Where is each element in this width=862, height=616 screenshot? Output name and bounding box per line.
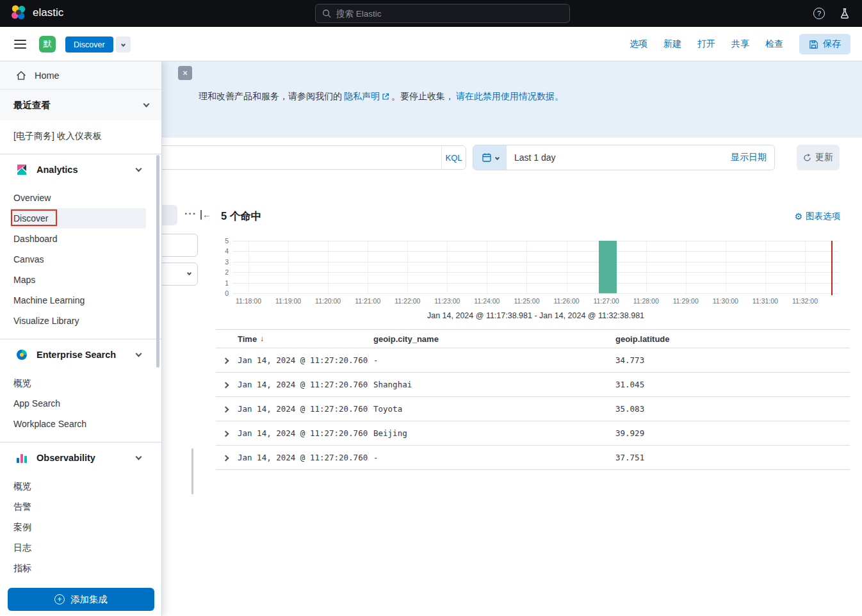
close-icon[interactable]: × [178, 66, 192, 80]
global-search[interactable] [315, 4, 570, 23]
sidebar-item-alerts[interactable]: 告警 [0, 496, 161, 517]
x-tick-label: 11:28:00 [633, 297, 659, 305]
horizontal-gridline [232, 283, 839, 284]
sidebar-item-home[interactable]: Home [0, 61, 161, 90]
chart-options-button[interactable]: ⚙ 图表选项 [794, 211, 840, 222]
options-link[interactable]: 选项 [630, 38, 647, 50]
cell-time: Jan 14, 2024 @ 11:27:20.760 [238, 355, 373, 365]
vertical-gridline [567, 241, 567, 293]
app-toolbar: 默 Discover 选项 新建 打开 共享 检查 保存 [0, 27, 862, 61]
time-range-value[interactable]: Last 1 day [507, 152, 731, 163]
sidebar-item-cases[interactable]: 案例 [0, 517, 161, 537]
refresh-icon [803, 154, 811, 162]
breadcrumb-discover[interactable]: Discover [65, 36, 113, 53]
cell-latitude: 39.929 [615, 428, 850, 438]
sidebar-item-discover[interactable]: Discover [10, 208, 146, 229]
horizontal-gridline [232, 251, 839, 252]
horizontal-gridline [232, 272, 839, 273]
sidebar-item-es-overview[interactable]: 概览 [0, 373, 161, 393]
nav-group-enterprise-search[interactable]: Enterprise Search [0, 339, 161, 370]
date-picker: Last 1 day 显示日期 [473, 145, 775, 170]
global-search-input[interactable] [336, 9, 563, 19]
banner-text-middle: 。要停止收集， [391, 91, 454, 102]
y-tick-label: 5 [225, 237, 229, 245]
show-dates-link[interactable]: 显示日期 [731, 152, 774, 163]
query-language-button[interactable]: KQL [441, 146, 466, 169]
sidebar-item-logs[interactable]: 日志 [0, 537, 161, 558]
more-options-icon[interactable]: ··· [184, 208, 197, 220]
share-link[interactable]: 共享 [731, 38, 749, 50]
expand-row-button[interactable] [216, 354, 228, 366]
breadcrumb-dropdown[interactable] [116, 36, 131, 53]
gear-icon: ⚙ [794, 211, 802, 222]
navigation-flyout: Home 最近查看 [电子商务] 收入仪表板 Analytics Overvie… [0, 61, 162, 616]
chevron-down-icon [143, 101, 150, 108]
lab-flask-icon[interactable] [839, 8, 850, 19]
add-integrations-button[interactable]: + 添加集成 [8, 588, 154, 611]
cell-latitude: 31.045 [615, 380, 850, 389]
x-tick-label: 11:22:00 [394, 297, 420, 305]
table-header-row: Time ↓ geoip.city_name geoip.latitude [216, 329, 850, 348]
column-label: geoip.city_name [373, 334, 439, 344]
chevron-down-icon [136, 351, 142, 357]
expand-row-button[interactable] [216, 378, 228, 391]
table-row: Jan 14, 2024 @ 11:27:20.760 Shanghai 31.… [216, 373, 850, 397]
column-header-city-name[interactable]: geoip.city_name [373, 334, 615, 344]
histogram-plot[interactable] [232, 241, 839, 293]
vertical-gridline [686, 241, 687, 293]
sidebar-item-machine-learning[interactable]: Machine Learning [0, 290, 161, 311]
expand-row-button[interactable] [216, 403, 228, 415]
column-header-time[interactable]: Time ↓ [238, 334, 373, 344]
vertical-gridline [487, 241, 487, 293]
documents-table: Time ↓ geoip.city_name geoip.latitude Ja… [216, 329, 850, 470]
update-button[interactable]: 更新 [797, 145, 840, 170]
sidebar-item-maps[interactable]: Maps [0, 270, 161, 290]
recently-viewed-header[interactable]: 最近查看 [0, 90, 161, 120]
save-button[interactable]: 保存 [799, 34, 850, 54]
expand-row-button[interactable] [216, 427, 228, 439]
new-link[interactable]: 新建 [663, 38, 681, 50]
chevron-down-icon [136, 166, 142, 172]
inspect-link[interactable]: 检查 [765, 38, 783, 50]
column-label: Time [238, 334, 257, 344]
disable-usage-data-link[interactable]: 请在此禁用使用情况数据。 [456, 91, 564, 102]
recent-item-ecommerce-dashboard[interactable]: [电子商务] 收入仪表板 [0, 126, 161, 146]
sidebar-item-overview[interactable]: Overview [0, 188, 161, 208]
sidebar-item-visualize-library[interactable]: Visualize Library [0, 311, 161, 331]
collapse-panel-icon[interactable]: ← [200, 210, 211, 220]
space-avatar[interactable]: 默 [39, 36, 56, 53]
sidebar-item-obs-overview[interactable]: 概览 [0, 476, 161, 496]
menu-toggle-icon[interactable] [14, 37, 26, 51]
help-icon[interactable]: ? [813, 8, 825, 19]
enterprise-search-icon [15, 348, 28, 361]
brand-name: elastic [33, 6, 63, 19]
calendar-dropdown-button[interactable] [473, 145, 507, 170]
table-row: Jan 14, 2024 @ 11:27:20.760 Beijing 39.9… [216, 421, 850, 446]
elastic-logo[interactable]: elastic [10, 4, 63, 21]
x-tick-label: 11:26:00 [554, 297, 580, 305]
vertical-gridline [526, 241, 527, 293]
table-row: Jan 14, 2024 @ 11:27:20.760 - 34.773 [216, 348, 850, 373]
open-link[interactable]: 打开 [697, 38, 715, 50]
sidebar-item-workplace-search[interactable]: Workplace Search [0, 414, 161, 434]
sidebar-item-app-search[interactable]: App Search [0, 393, 161, 414]
field-list-scrollbar[interactable] [191, 448, 193, 494]
horizontal-gridline [232, 262, 839, 263]
x-tick-label: 11:24:00 [474, 297, 500, 305]
nav-group-analytics[interactable]: Analytics [0, 154, 161, 185]
y-tick-label: 3 [225, 258, 229, 266]
sidebar-item-canvas[interactable]: Canvas [0, 249, 161, 270]
sidebar-item-dashboard[interactable]: Dashboard [0, 229, 161, 249]
sidebar-scrollbar[interactable] [156, 155, 159, 368]
column-header-latitude[interactable]: geoip.latitude [615, 334, 850, 344]
global-header: elastic ? [0, 0, 862, 27]
cell-latitude: 35.083 [615, 404, 850, 414]
sidebar-item-metrics[interactable]: 指标 [0, 558, 161, 578]
histogram-bar[interactable] [599, 241, 617, 293]
chevron-right-icon [223, 358, 229, 364]
expand-row-button[interactable] [216, 451, 228, 464]
cell-time: Jan 14, 2024 @ 11:27:20.760 [238, 453, 373, 462]
privacy-statement-link[interactable]: 隐私声明 [344, 91, 380, 102]
nav-group-observability[interactable]: Observability [0, 442, 161, 473]
cell-latitude: 37.751 [615, 453, 850, 462]
